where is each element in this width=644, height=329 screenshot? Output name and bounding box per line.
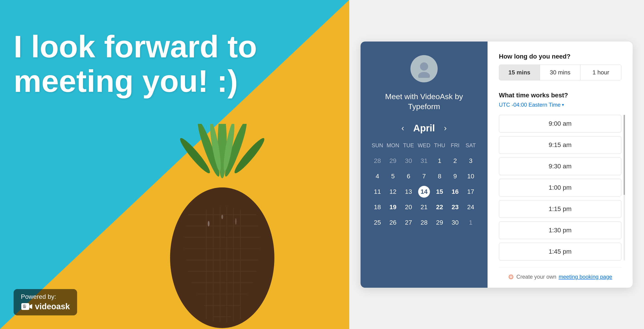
duration-15min-button[interactable]: 15 mins xyxy=(499,65,540,80)
svg-point-25 xyxy=(221,215,223,219)
cal-day[interactable]: 5 xyxy=(385,169,401,183)
cal-day[interactable]: 13 xyxy=(401,185,416,199)
svg-point-24 xyxy=(208,221,210,226)
powered-by-label: Powered by: xyxy=(21,293,70,300)
day-header-thu: THU xyxy=(432,140,448,150)
calendar-week-5: 25 26 27 28 29 30 1 xyxy=(370,216,478,229)
next-month-button[interactable]: › xyxy=(444,124,447,132)
svg-rect-31 xyxy=(23,306,26,308)
day-header-mon: MON xyxy=(385,140,401,150)
duration-1hour-button[interactable]: 1 hour xyxy=(580,65,621,80)
cal-day-selected[interactable]: 14 xyxy=(418,186,430,198)
cal-day[interactable]: 4 xyxy=(370,169,385,183)
videoask-logo: videoask xyxy=(21,302,70,311)
headline-line1: I look forward to xyxy=(14,29,257,64)
hubspot-footer: ⚙ Create your own meeting booking page xyxy=(499,267,621,281)
scrollbar-thumb[interactable] xyxy=(624,115,625,195)
cal-day[interactable]: 1 xyxy=(432,154,448,168)
duration-label: How long do you need? xyxy=(499,53,621,60)
calendar-week-4: 18 19 20 21 22 23 24 xyxy=(370,200,478,214)
powered-by-badge: Powered by: videoask xyxy=(14,289,77,315)
booking-widget: Meet with VideoAsk by Typeform ‹ April ›… xyxy=(360,42,633,288)
day-header-wed: WED xyxy=(416,140,432,150)
day-header-tue: TUE xyxy=(401,140,416,150)
calendar-month: April xyxy=(413,123,435,134)
duration-buttons: 15 mins 30 mins 1 hour xyxy=(499,65,621,80)
cal-day[interactable]: 22 xyxy=(432,200,448,214)
cal-day[interactable]: 16 xyxy=(448,185,463,199)
chevron-down-icon: ▾ xyxy=(562,102,564,107)
prev-month-button[interactable]: ‹ xyxy=(401,124,404,132)
right-panel: Meet with VideoAsk by Typeform ‹ April ›… xyxy=(349,0,644,329)
cal-day[interactable]: 23 xyxy=(448,200,463,214)
cal-day[interactable]: 28 xyxy=(416,216,432,229)
cal-day: 31 xyxy=(416,154,432,168)
cal-day[interactable]: 7 xyxy=(416,169,432,183)
cal-day[interactable]: 11 xyxy=(370,185,385,199)
cal-day[interactable]: 29 xyxy=(432,216,448,229)
svg-point-7 xyxy=(170,187,274,328)
time-slot[interactable]: 1:30 pm xyxy=(499,221,621,239)
time-slot[interactable]: 9:15 am xyxy=(499,136,621,154)
time-label: What time works best? xyxy=(499,92,621,99)
footer-text: Create your own xyxy=(516,274,556,280)
cal-day[interactable]: 10 xyxy=(463,169,478,183)
calendar-panel: Meet with VideoAsk by Typeform ‹ April ›… xyxy=(360,42,488,288)
cal-day[interactable]: 20 xyxy=(401,200,416,214)
calendar-header: SUN MON TUE WED THU FRI SAT xyxy=(370,140,478,150)
cal-day[interactable]: 9 xyxy=(448,169,463,183)
time-slot[interactable]: 9:30 am xyxy=(499,157,621,175)
svg-point-26 xyxy=(235,218,236,225)
cal-day[interactable]: 30 xyxy=(448,216,463,229)
calendar-nav: ‹ April › xyxy=(370,123,478,134)
cal-day[interactable]: 19 xyxy=(385,200,401,214)
svg-marker-28 xyxy=(30,304,32,309)
svg-point-32 xyxy=(420,62,428,71)
cal-day[interactable]: 3 xyxy=(463,154,478,168)
calendar-week-3: 11 12 13 14 15 16 17 xyxy=(370,185,478,199)
headline: I look forward to meeting you! :) xyxy=(14,30,257,99)
calendar-week-1: 28 29 30 31 1 2 3 xyxy=(370,154,478,168)
cal-day[interactable]: 26 xyxy=(385,216,401,229)
cal-day: 1 xyxy=(463,216,478,229)
cal-day: 29 xyxy=(385,154,401,168)
timezone-selector[interactable]: UTC -04:00 Eastern Time ▾ xyxy=(499,102,621,108)
booking-right: How long do you need? 15 mins 30 mins 1 … xyxy=(488,42,633,288)
pineapple-illustration xyxy=(143,124,302,329)
cal-day[interactable]: 25 xyxy=(370,216,385,229)
videoask-icon xyxy=(21,302,32,311)
hubspot-icon: ⚙ xyxy=(508,273,514,281)
day-header-sun: SUN xyxy=(370,140,385,150)
scrollbar-track[interactable] xyxy=(624,115,625,260)
svg-point-30 xyxy=(23,305,25,306)
svg-point-33 xyxy=(418,72,430,78)
cal-day[interactable]: 21 xyxy=(416,200,432,214)
cal-day[interactable]: 12 xyxy=(385,185,401,199)
time-slot[interactable]: 1:45 pm xyxy=(499,243,621,260)
time-slot[interactable]: 1:00 pm xyxy=(499,179,621,196)
time-slots-list: 9:00 am 9:15 am 9:30 am 1:00 pm 1:15 pm … xyxy=(499,115,621,260)
cal-day[interactable]: 2 xyxy=(448,154,463,168)
calendar-week-2: 4 5 6 7 8 9 10 xyxy=(370,169,478,183)
brand-name: videoask xyxy=(35,302,70,311)
time-slot[interactable]: 1:15 pm xyxy=(499,200,621,218)
cal-day: 30 xyxy=(401,154,416,168)
timezone-text: UTC -04:00 Eastern Time xyxy=(499,102,560,108)
cal-day[interactable]: 8 xyxy=(432,169,448,183)
cal-day[interactable]: 24 xyxy=(463,200,478,214)
time-slot[interactable]: 9:00 am xyxy=(499,115,621,133)
headline-line2: meeting you! :) xyxy=(14,64,238,99)
left-panel: I look forward to meeting you! :) xyxy=(0,0,349,329)
cal-day[interactable]: 15 xyxy=(432,185,448,199)
meet-title: Meet with VideoAsk by Typeform xyxy=(370,91,478,111)
cal-day[interactable]: 6 xyxy=(401,169,416,183)
cal-day[interactable]: 17 xyxy=(463,185,478,199)
time-slots-container: 9:00 am 9:15 am 9:30 am 1:00 pm 1:15 pm … xyxy=(499,115,621,260)
day-header-fri: FRI xyxy=(448,140,463,150)
meeting-booking-link[interactable]: meeting booking page xyxy=(558,274,612,280)
day-header-sat: SAT xyxy=(463,140,478,150)
duration-30min-button[interactable]: 30 mins xyxy=(540,65,581,80)
avatar-icon xyxy=(415,60,433,78)
cal-day[interactable]: 18 xyxy=(370,200,385,214)
cal-day[interactable]: 27 xyxy=(401,216,416,229)
